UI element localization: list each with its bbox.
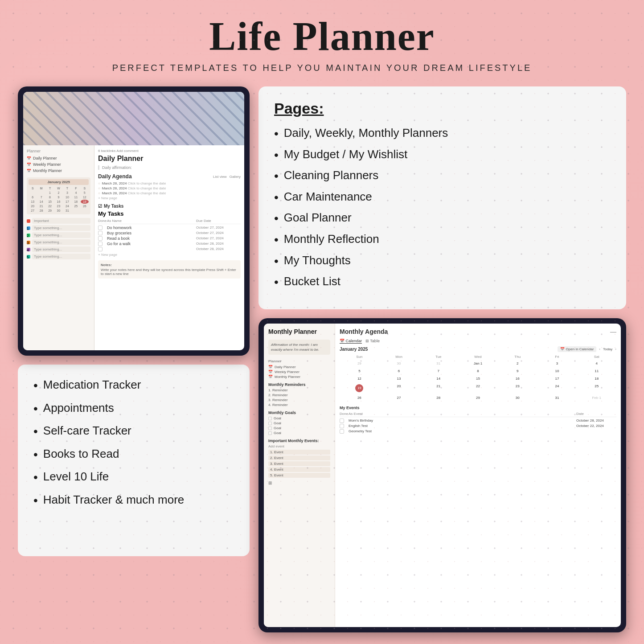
left-column: Planner Daily Planner Weekly Planner Mon… — [18, 86, 250, 632]
goal-checkbox-1[interactable] — [268, 417, 272, 420]
daily-planner-main: 6 backlinks Add comment Daily Planner Da… — [94, 145, 244, 350]
cal-cell-17[interactable]: 17 — [537, 375, 577, 382]
cal-cell-jan1[interactable]: Jan 1 — [458, 360, 498, 367]
cal-cell-19-today[interactable]: 19 — [340, 383, 379, 394]
cal-cell-31[interactable]: 31 — [537, 394, 577, 401]
task-checkbox-5[interactable] — [98, 247, 103, 251]
cal-cell-29[interactable]: 29 — [458, 394, 498, 401]
important-events-label: Important Monthly Events: — [268, 439, 330, 443]
cal-hdr-sat: Sat — [577, 355, 616, 359]
cal-cell-26[interactable]: 26 — [340, 394, 379, 401]
new-page-btn[interactable]: + New page — [98, 196, 241, 200]
goal-checkbox-3[interactable] — [268, 427, 272, 430]
page-item-5: Goal Planner — [274, 211, 611, 226]
list-view-btn[interactable]: List view — [213, 175, 227, 179]
cal-cell-8[interactable]: 8 — [458, 368, 498, 374]
cal-cell-6[interactable]: 6 — [379, 368, 419, 374]
tab-calendar[interactable]: 📅 Calendar — [340, 339, 362, 344]
cal-cell-30[interactable]: 30 — [498, 394, 537, 401]
task-checkbox-3[interactable] — [98, 236, 103, 241]
daily-planner-tablet: Planner Daily Planner Weekly Planner Mon… — [18, 86, 250, 356]
cal-cell-feb1[interactable]: Feb 1 — [577, 394, 616, 401]
feature-label-5: Level 10 Life — [43, 470, 109, 484]
tag-input-1[interactable]: Type something... — [32, 225, 90, 231]
cal-cell-21[interactable]: 21 — [418, 383, 458, 394]
tag-input-2[interactable]: Type something... — [32, 232, 90, 238]
event-col-date: Date — [576, 412, 616, 416]
cal-cell-31dec[interactable]: 31 — [418, 360, 458, 367]
cal-cell-22[interactable]: 22 — [458, 383, 498, 394]
reminder-4: 4. Reminder — [268, 403, 330, 407]
event-2: 2. Event — [268, 455, 330, 460]
cal-cell-24[interactable]: 24 — [537, 383, 577, 394]
event-checkbox-2[interactable] — [340, 424, 344, 428]
cal-cell-30dec[interactable]: 30 — [379, 360, 419, 367]
tab-table[interactable]: ⊞ Table — [365, 339, 380, 344]
cal-cell-10[interactable]: 10 — [537, 368, 577, 374]
feature-item-6: Habit Tracker & much more — [33, 493, 234, 508]
cal-cell-2[interactable]: 2 — [498, 360, 537, 367]
gallery-view-btn[interactable]: Gallery — [230, 175, 241, 179]
cal-cell-28[interactable]: 28 — [418, 394, 458, 401]
features-card: Medication Tracker Appointments Self-car… — [18, 365, 250, 556]
cal-cell-13[interactable]: 13 — [379, 375, 419, 382]
new-task-btn[interactable]: + New page — [98, 253, 241, 257]
goals-label: Monthly Goals — [268, 410, 330, 415]
sidebar-item-weekly[interactable]: Weekly Planner — [27, 161, 90, 168]
cal-cell-15[interactable]: 15 — [458, 375, 498, 382]
cal-cell-4[interactable]: 4 — [577, 360, 616, 367]
cal-cell-27[interactable]: 27 — [379, 394, 419, 401]
cal-cell-9[interactable]: 9 — [498, 368, 537, 374]
open-calendar-btn[interactable]: 📅 Open in Calendar — [558, 346, 596, 352]
cal-fri: F — [72, 186, 80, 190]
cal-cell-5[interactable]: 5 — [340, 368, 379, 374]
notes-text[interactable]: Write your notes here and they will be s… — [101, 268, 238, 276]
nav-prev[interactable]: ‹ — [599, 347, 600, 351]
cal-cell-23[interactable]: 23 — [498, 383, 537, 394]
cal-cell-29dec[interactable]: 29 — [340, 360, 379, 367]
task-checkbox-1[interactable] — [98, 226, 103, 230]
cal-cell-3[interactable]: 3 — [537, 360, 577, 367]
today-btn[interactable]: Today — [603, 347, 612, 351]
planner-label: Planner — [27, 149, 90, 153]
sidebar-item-daily[interactable]: Daily Planner — [27, 155, 90, 161]
daily-planner-screen: Planner Daily Planner Weekly Planner Mon… — [23, 92, 244, 350]
event-table-header: Done As Event Date — [340, 412, 616, 417]
cal-cell-11[interactable]: 11 — [577, 368, 616, 374]
task-checkbox-2[interactable] — [98, 231, 103, 235]
event-col-name: As Event — [349, 412, 576, 416]
task-checkbox-4[interactable] — [98, 242, 103, 246]
cal-cell-14[interactable]: 14 — [418, 375, 458, 382]
cal-cell-18[interactable]: 18 — [577, 375, 616, 382]
banner-pattern — [23, 92, 244, 145]
task-row-4: Go for a walk October 28, 2024 — [98, 241, 241, 246]
cal-cell-7[interactable]: 7 — [418, 368, 458, 374]
tag-input-3[interactable]: Type something... — [32, 239, 90, 245]
dp-page-title: Daily Planner — [98, 155, 241, 163]
goal-checkbox-4[interactable] — [268, 431, 272, 435]
event-5: 5. Event — [268, 473, 330, 478]
cal-cell-12[interactable]: 12 — [340, 375, 379, 382]
goal-checkbox-2[interactable] — [268, 422, 272, 425]
mp-sidebar-weekly[interactable]: 📅 Weekly Planner — [268, 370, 330, 374]
sidebar-item-monthly[interactable]: Monthly Planner — [27, 168, 90, 174]
task-row-2: Buy groceries October 27, 2024 — [98, 230, 241, 236]
view-toggle: List view Gallery — [213, 175, 241, 179]
event-checkbox-1[interactable] — [340, 418, 344, 423]
mp-sidebar-monthly[interactable]: 📅 Monthly Planner — [268, 375, 330, 379]
add-event-btn[interactable]: Add event — [268, 444, 330, 448]
nav-next[interactable]: › — [615, 347, 616, 351]
subtitle: PERFECT TEMPLATES TO HELP YOU MAINTAIN Y… — [0, 63, 644, 73]
mp-sidebar-daily[interactable]: 📅 Daily Planner — [268, 365, 330, 369]
backlinks: 6 backlinks Add comment — [98, 149, 241, 153]
tag-input-4[interactable]: Type something... — [32, 246, 90, 252]
feature-label-3: Self-care Tracker — [43, 424, 131, 438]
feature-item-2: Appointments — [33, 401, 234, 416]
event-checkbox-3[interactable] — [340, 429, 344, 434]
sidebar-tags: Important 1 Type something... 2 Type som… — [27, 218, 90, 259]
cal-cell-16[interactable]: 16 — [498, 375, 537, 382]
tag-input-5[interactable]: Type something... — [32, 254, 90, 259]
cal-cell-20[interactable]: 20 — [379, 383, 419, 394]
event-date-2: October 22, 2024 — [576, 424, 616, 428]
cal-cell-25[interactable]: 25 — [577, 383, 616, 394]
